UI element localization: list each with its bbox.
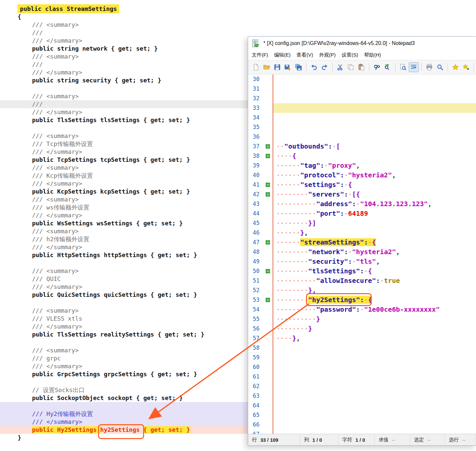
fold-marker[interactable]: − xyxy=(266,298,270,302)
json-editor[interactable]: 3031323334353637−··"outbounds":·[38−····… xyxy=(248,74,476,434)
toolbar-print-button[interactable] xyxy=(424,62,434,72)
json-line-text[interactable]: ····}, xyxy=(273,334,476,343)
code-line[interactable] xyxy=(0,259,248,267)
json-line-text[interactable]: ········"security":·"tls", xyxy=(273,257,476,266)
json-line-text[interactable]: ··········"password":·"1e00ce6b-xxxxxxxx… xyxy=(273,305,476,314)
code-line[interactable]: /// h2传输额外设置 xyxy=(0,235,248,243)
json-line-text[interactable] xyxy=(273,132,476,142)
json-line-text[interactable] xyxy=(273,362,476,372)
toolbar-find-button[interactable] xyxy=(372,62,382,72)
json-line-text[interactable] xyxy=(273,343,476,353)
code-line[interactable]: /// <summary> xyxy=(0,227,248,235)
code-line[interactable] xyxy=(0,124,248,132)
toolbar-redo-button[interactable] xyxy=(320,62,330,72)
code-line[interactable]: /// <summary> xyxy=(0,267,248,275)
toolbar-replace-button[interactable] xyxy=(383,62,393,72)
code-line[interactable]: /// </summary> xyxy=(0,362,248,370)
code-line[interactable]: public GrpcSettings grpcSettings { get; … xyxy=(0,370,248,378)
code-line[interactable]: } xyxy=(0,434,248,442)
toolbar-copy-button[interactable] xyxy=(346,62,356,72)
code-line[interactable]: public TcpSettings tcpSettings { get; se… xyxy=(0,156,248,164)
toolbar-save-as-button[interactable] xyxy=(283,62,293,72)
json-line-text[interactable] xyxy=(273,103,476,113)
code-line[interactable]: public QuicSettings quicSettings { get; … xyxy=(0,291,248,299)
code-line[interactable]: /// QUIC xyxy=(0,275,248,283)
json-line-text[interactable]: ········"network":·"hysteria2", xyxy=(273,247,476,257)
code-line[interactable]: /// </summary> xyxy=(0,323,248,331)
json-line-text[interactable]: ··········"port":·64189 xyxy=(273,209,476,218)
json-line-text[interactable]: ········} xyxy=(273,324,476,334)
code-line[interactable]: /// <summary> xyxy=(0,164,248,172)
code-line[interactable]: { xyxy=(0,13,248,21)
json-line-text[interactable]: ········}, xyxy=(273,286,476,295)
json-line-text[interactable] xyxy=(273,410,476,420)
code-line[interactable]: public TlsSettings tlsSettings { get; se… xyxy=(0,116,248,124)
json-line-text[interactable]: ········}] xyxy=(273,218,476,228)
toolbar-favorites-button[interactable] xyxy=(450,62,460,72)
toolbar-open-folder-button[interactable] xyxy=(262,62,272,72)
json-line-text[interactable]: ········"tlsSettings":·{ xyxy=(273,266,476,276)
toolbar-cut-button[interactable] xyxy=(335,62,345,72)
json-line-text[interactable]: ········"servers":·[{ xyxy=(273,190,476,199)
json-line-text[interactable]: ··········"allowInsecure":·true xyxy=(273,276,476,286)
menu-file[interactable]: 文件(F) xyxy=(249,51,271,60)
code-line[interactable]: public Hy2Settings hy2Settings { get; se… xyxy=(0,426,248,434)
menu-help[interactable]: 帮助(H) xyxy=(361,51,384,60)
code-line[interactable]: /// </summary> xyxy=(0,180,248,188)
json-line-text[interactable]: ······}, xyxy=(273,228,476,238)
code-line[interactable]: /// <summary> xyxy=(0,307,248,315)
code-line[interactable]: /// </summary> xyxy=(0,243,248,251)
code-line[interactable] xyxy=(0,378,248,386)
code-line[interactable]: /// </summary> xyxy=(0,148,248,156)
code-line[interactable]: /// </summary> xyxy=(0,418,248,426)
toolbar-save-copy-button[interactable] xyxy=(293,62,303,72)
code-line[interactable]: /// xyxy=(0,61,248,68)
code-line[interactable] xyxy=(0,402,248,410)
code-line[interactable]: /// </summary> xyxy=(0,108,248,116)
code-line[interactable]: /// <summary> xyxy=(0,132,248,140)
toolbar-save-button[interactable] xyxy=(272,62,282,72)
code-line[interactable]: /// Kcp传输额外设置 xyxy=(0,172,248,180)
code-line[interactable]: /// </summary> xyxy=(0,211,248,219)
menu-settings[interactable]: 设置(S) xyxy=(339,51,361,60)
toolbar-word-wrap-button[interactable] xyxy=(409,62,419,72)
json-line-text[interactable]: ··········} xyxy=(273,314,476,324)
json-line-text[interactable] xyxy=(273,429,476,434)
json-line-text[interactable]: ········"hy2Settings":·{ xyxy=(273,295,476,305)
json-line-text[interactable] xyxy=(273,84,476,94)
fold-marker[interactable]: − xyxy=(266,240,270,245)
code-line[interactable]: public HttpSettings httpSettings { get; … xyxy=(0,251,248,259)
toolbar-print-preview-button[interactable] xyxy=(398,62,408,72)
json-line-text[interactable]: ······"streamSettings":·{ xyxy=(273,238,476,247)
json-line-text[interactable]: ··"outbounds":·[ xyxy=(273,142,476,151)
fold-marker[interactable]: − xyxy=(266,154,270,158)
fold-marker[interactable]: − xyxy=(266,183,270,187)
code-line[interactable]: /// </summary> xyxy=(0,68,248,76)
menu-appearance[interactable]: 外观(P) xyxy=(316,51,339,60)
code-editor-panel[interactable]: public class StreamSettings { /// <summa… xyxy=(0,0,248,451)
json-line-text[interactable] xyxy=(273,74,476,84)
code-line[interactable]: /// Hy2传输额外设置 xyxy=(0,410,248,418)
json-line-text[interactable] xyxy=(273,94,476,103)
code-line[interactable]: /// </summary> xyxy=(0,37,248,45)
code-line[interactable]: /// xyxy=(0,100,248,108)
code-line[interactable]: /// <summary> xyxy=(0,196,248,203)
json-line-text[interactable] xyxy=(273,372,476,382)
toolbar-undo-button[interactable] xyxy=(309,62,319,72)
json-line-text[interactable]: ······"settings":·{ xyxy=(273,180,476,190)
json-line-text[interactable] xyxy=(273,122,476,132)
code-line[interactable]: /// grpc xyxy=(0,354,248,362)
menu-edit[interactable]: 编辑(E) xyxy=(271,51,293,60)
fold-marker[interactable]: − xyxy=(266,269,270,273)
code-line[interactable]: // 设置Socks出口 xyxy=(0,386,248,394)
code-line[interactable]: public KcpSettings kcpSettings { get; se… xyxy=(0,188,248,196)
code-line[interactable] xyxy=(0,338,248,346)
code-line[interactable]: /// <summary> xyxy=(0,346,248,354)
code-line[interactable]: public SockoptObject sockopt { get; set;… xyxy=(0,394,248,402)
json-line-text[interactable] xyxy=(273,401,476,410)
code-line[interactable] xyxy=(0,84,248,92)
code-line[interactable]: /// Tcp传输额外设置 xyxy=(0,140,248,148)
code-line[interactable]: public string security { get; set; } xyxy=(0,76,248,84)
code-line[interactable]: /// <summary> xyxy=(0,21,248,29)
toolbar-paste-button[interactable] xyxy=(356,62,366,72)
